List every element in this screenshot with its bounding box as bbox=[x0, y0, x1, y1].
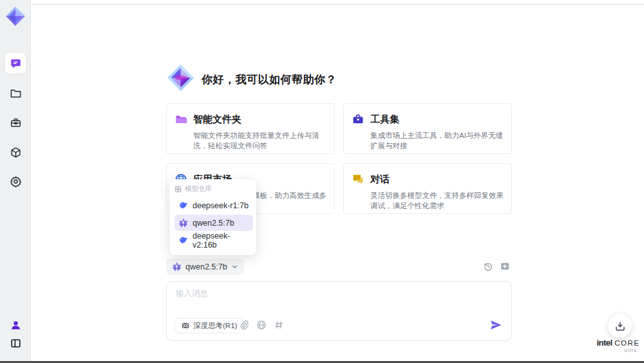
gear-icon bbox=[10, 175, 22, 188]
dialogue-icon bbox=[352, 173, 365, 186]
model-option-deepseek-r1[interactable]: deepseek-r1:7b bbox=[175, 197, 253, 213]
attachment-icon[interactable] bbox=[239, 320, 249, 330]
folder-icon bbox=[10, 87, 22, 99]
send-icon[interactable] bbox=[489, 319, 502, 331]
model-option-label: deepseek-r1:7b bbox=[193, 201, 249, 210]
new-chat-icon[interactable] bbox=[500, 261, 510, 271]
card-description: 智能文件夹功能支持批量文件上传与清洗，轻松实现文件问答 bbox=[193, 130, 332, 151]
model-option-label: qwen2.5:7b bbox=[193, 219, 234, 228]
assistant-logo-icon bbox=[166, 63, 195, 92]
toolbox-icon bbox=[10, 117, 22, 129]
sidebar bbox=[0, 0, 31, 363]
smart-folder-icon bbox=[175, 113, 187, 126]
intel-wordmark: intel bbox=[596, 338, 612, 348]
model-group-row: 模型仓库 bbox=[175, 184, 253, 193]
qwen-icon bbox=[178, 218, 188, 228]
download-button[interactable] bbox=[608, 314, 632, 338]
sidebar-item-toolbox[interactable] bbox=[5, 112, 26, 133]
globe-icon[interactable] bbox=[256, 320, 267, 330]
sidebar-item-settings[interactable] bbox=[5, 171, 26, 191]
repository-icon bbox=[175, 186, 182, 193]
atom-icon bbox=[181, 321, 190, 330]
message-input-placeholder[interactable]: 输入消息 bbox=[176, 288, 208, 299]
card-smart-folder[interactable]: 智能文件夹 智能文件夹功能支持批量文件上传与清洗，轻松实现文件问答 bbox=[166, 103, 335, 154]
deepseek-icon bbox=[178, 235, 188, 245]
card-toolset[interactable]: 工具集 集成市场上主流工具，助力AI与外界无缝扩展与对接 bbox=[343, 103, 512, 154]
window-top-border bbox=[32, 4, 644, 5]
card-title: 对话 bbox=[370, 173, 390, 186]
intel-core-ultra-logo: intel CORE Ultra bbox=[596, 338, 641, 353]
deep-think-label: 深度思考(R1) bbox=[193, 321, 237, 331]
core-wordmark: CORE bbox=[614, 339, 639, 347]
model-selector[interactable]: qwen2.5:7b bbox=[166, 259, 244, 275]
card-description: 灵活切换多模型文件，支持多样回复效果调试，满足个性化需求 bbox=[370, 190, 509, 211]
panel-layout-icon bbox=[10, 337, 22, 349]
card-title: 工具集 bbox=[370, 113, 399, 126]
sidebar-item-panel[interactable] bbox=[5, 333, 26, 353]
qwen-icon bbox=[172, 262, 182, 271]
model-dropdown: 模型仓库 deepseek-r1:7b qwen2.5:7b deepseek-… bbox=[169, 179, 256, 255]
app-logo-icon[interactable] bbox=[5, 5, 26, 27]
hash-icon[interactable] bbox=[274, 320, 284, 330]
model-option-deepseek-v2[interactable]: deepseek-v2:16b bbox=[175, 232, 253, 248]
user-icon bbox=[10, 319, 22, 331]
sidebar-item-models[interactable] bbox=[5, 142, 26, 162]
ultra-wordmark: Ultra bbox=[596, 348, 641, 353]
card-description: 集成市场上主流工具，助力AI与外界无缝扩展与对接 bbox=[370, 130, 509, 151]
sidebar-item-folders[interactable] bbox=[5, 83, 26, 103]
model-option-qwen[interactable]: qwen2.5:7b bbox=[175, 215, 253, 231]
card-dialogue[interactable]: 对话 灵活切换多模型文件，支持多样回复效果调试，满足个性化需求 bbox=[343, 163, 512, 214]
cube-icon bbox=[10, 146, 22, 159]
chat-icon bbox=[10, 57, 22, 70]
greeting-title: 你好，我可以如何帮助你？ bbox=[202, 72, 337, 87]
deepseek-icon bbox=[178, 201, 188, 210]
model-group-label: 模型仓库 bbox=[185, 184, 212, 193]
deep-think-toggle[interactable]: 深度思考(R1) bbox=[175, 318, 243, 333]
download-icon bbox=[614, 320, 626, 332]
chevron-down-icon bbox=[231, 263, 238, 270]
card-title: 智能文件夹 bbox=[193, 113, 242, 126]
message-composer[interactable]: 输入消息 深度思考(R1) bbox=[166, 281, 512, 341]
sidebar-item-chat[interactable] bbox=[5, 53, 26, 74]
selected-model-label: qwen2.5:7b bbox=[185, 262, 227, 271]
history-icon[interactable] bbox=[483, 261, 493, 271]
toolset-icon bbox=[352, 113, 365, 126]
model-option-label: deepseek-v2:16b bbox=[193, 231, 249, 250]
